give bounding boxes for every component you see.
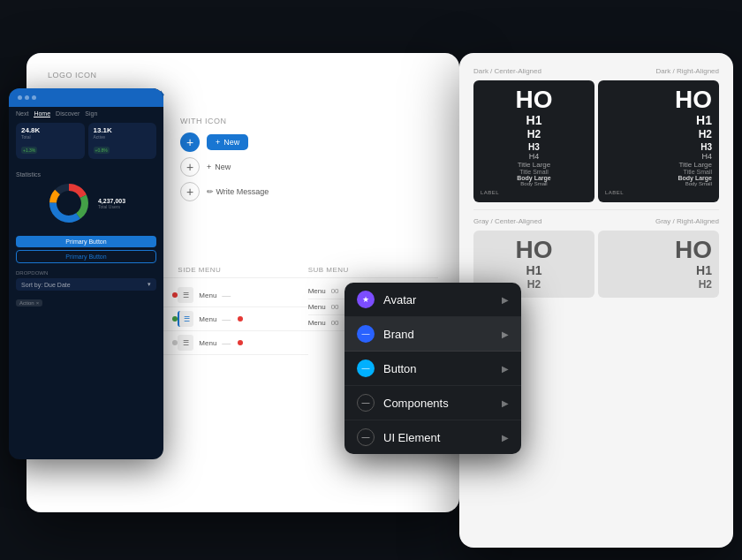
dark-section-labels: Dark / Center-Aligned Dark / Right-Align… — [473, 67, 719, 75]
mini-stat-1-value: 24.8K — [21, 126, 80, 134]
mini-outline-btn[interactable]: Primary Button — [16, 250, 156, 263]
dropdown-menu: ★ Avatar ▶ — Brand ▶ — Button ▶ — Compon… — [344, 283, 521, 454]
mini-stat-2-label: Active — [94, 134, 152, 140]
components-icon-symbol: — — [362, 398, 370, 407]
button-icon: — — [357, 359, 375, 377]
mini-stat-1-badge: +1.3% — [21, 147, 37, 154]
icon-row-2: + + New — [180, 157, 438, 177]
dropdown-item-avatar[interactable]: ★ Avatar ▶ — [344, 283, 521, 317]
mini-stat-2-badge: +0.8% — [94, 147, 110, 154]
dropdown-button-arrow: ▶ — [502, 364, 509, 374]
dropdown-button-label: Button — [383, 362, 493, 375]
dark-body-large-1: Body Large — [481, 175, 587, 181]
side-menu-text-3: Menu — [199, 339, 216, 347]
mini-dot-1 — [18, 95, 22, 100]
dropdown-item-components[interactable]: — Components ▶ — [344, 386, 521, 420]
donut-value: 4,237,003 — [98, 198, 125, 204]
with-icon-label: WITH ICON — [180, 117, 438, 125]
dark-title-large-1: Title Large — [481, 161, 587, 169]
mini-section-title: Statistics — [16, 171, 156, 178]
dark-h4-1: H4 — [481, 152, 587, 161]
mini-stat-1: 24.8K Total +1.3% — [16, 123, 85, 159]
menu-col-sub-header: SUB MENU — [308, 266, 438, 278]
ui-icon-symbol: — — [362, 433, 370, 442]
dark-right-label: Dark / Right-Aligned — [598, 67, 719, 75]
gray-h2-2: H2 — [605, 278, 712, 291]
mini-stat-2: 13.1K Active +0.8% — [88, 123, 157, 159]
dropdown-item-brand[interactable]: — Brand ▶ — [344, 317, 521, 352]
gray-ho-2: HO — [605, 238, 712, 262]
dark-label-row-2: LABEL — [605, 190, 712, 195]
mini-nav-dots — [18, 95, 36, 100]
new-btn-1-label: New — [223, 138, 239, 147]
mini-action-close[interactable]: × — [36, 300, 40, 306]
sub-menu-count-3: 00 — [331, 319, 339, 327]
mini-stat-2-value: 13.1K — [94, 126, 152, 134]
sub-menu-text-3: Menu — [308, 319, 326, 327]
dropdown-item-button[interactable]: — Button ▶ — [344, 352, 521, 386]
mini-sort-box[interactable]: Sort by: Due Date ▾ — [16, 278, 156, 291]
side-menu-row-1[interactable]: ☰ Menu — — [178, 284, 307, 307]
mini-nav-map[interactable]: Sign — [85, 110, 97, 117]
icon-buttons: + + New + + New + — [180, 132, 438, 201]
dark-h1-1: H1 — [481, 112, 587, 128]
dark-h3-2: H3 — [605, 142, 712, 152]
icon-circle-1[interactable]: + — [180, 132, 200, 152]
gray-h1-2: H1 — [605, 262, 712, 278]
dark-title-large-2: Title Large — [605, 161, 712, 169]
icon-circle-2[interactable]: + — [180, 157, 200, 177]
side-menu-icon-3: ☰ — [178, 335, 193, 351]
side-menu-row-3[interactable]: ☰ Menu — — [178, 331, 307, 355]
write-msg-btn[interactable]: ✏ Write Message — [207, 187, 269, 196]
sub-menu-text-2: Menu — [308, 303, 326, 311]
brand-icon: — — [357, 325, 375, 343]
gray-h1-1: H1 — [481, 262, 587, 278]
dark-title-small-2: Title Small — [605, 169, 712, 175]
dropdown-components-label: Components — [383, 397, 493, 410]
dark-body-large-2: Body Large — [605, 175, 712, 181]
dark-h4-2: H4 — [605, 152, 712, 161]
mini-sort-chevron: ▾ — [148, 281, 151, 288]
gray-section-labels: Gray / Center-Aligned Gray / Right-Align… — [473, 217, 719, 225]
dark-center-col: HO H1 H2 H3 H4 Title Large Title Small B… — [473, 80, 594, 202]
dark-h3-1: H3 — [481, 142, 587, 152]
mini-chart-area: Statistics 4,237,003 Total Users — [9, 164, 163, 232]
new-btn-1[interactable]: + New — [207, 134, 248, 150]
dark-label-1: LABEL — [481, 190, 499, 195]
dropdown-ui-label: UI Element — [383, 431, 493, 444]
dark-body-small-2: Body Small — [605, 181, 712, 186]
new-btn-2[interactable]: + New — [207, 163, 231, 171]
side-menu-row-2[interactable]: ☰ Menu — — [178, 307, 307, 331]
sub-menu-text-1: Menu — [308, 287, 326, 295]
new-btn-1-plus: + — [216, 138, 220, 147]
mini-nav-sign[interactable]: Discover — [56, 110, 80, 117]
mini-stats: 24.8K Total +1.3% 13.1K Active +0.8% — [9, 117, 163, 164]
mini-nav-home[interactable]: Next — [16, 110, 28, 117]
mini-primary-btn[interactable]: Primary Button — [16, 236, 156, 247]
menu-col-side-header: SIDE MENU — [178, 266, 307, 278]
section-divider — [473, 209, 719, 210]
icon-row-1: + + New — [180, 132, 438, 152]
icon-circle-3[interactable]: + — [180, 182, 200, 201]
avatar-icon-symbol: ★ — [362, 295, 369, 304]
dark-ho-1: HO — [481, 87, 587, 112]
components-icon: — — [357, 394, 375, 412]
new-btn-2-label: New — [215, 163, 231, 171]
side-menu-dot-3 — [238, 340, 243, 345]
mini-dot-3 — [32, 95, 36, 100]
side-menu-text-1: Menu — [199, 291, 216, 299]
side-menu-text-2: Menu — [199, 315, 216, 323]
with-icon-section: WITH ICON + + New + + New — [180, 117, 438, 225]
side-menu-icon-inner-2: ☰ — [184, 315, 190, 323]
dropdown-item-ui[interactable]: — UI Element ▶ — [344, 420, 521, 454]
mini-action-tag[interactable]: Action × — [16, 299, 42, 306]
dropdown-avatar-label: Avatar — [383, 293, 493, 306]
side-menu-icon-2: ☰ — [178, 311, 193, 327]
sub-menu-count-2: 00 — [331, 303, 339, 311]
gray-ho-1: HO — [481, 238, 587, 262]
mini-stat-1-label: Total — [21, 134, 80, 140]
mini-sort-label: Sort by: Due Date — [21, 282, 71, 288]
donut-center-label: 4,237,003 Total Users — [98, 198, 125, 209]
mini-donut: 4,237,003 Total Users — [16, 181, 156, 225]
mini-nav-discover[interactable]: Home — [34, 110, 50, 117]
